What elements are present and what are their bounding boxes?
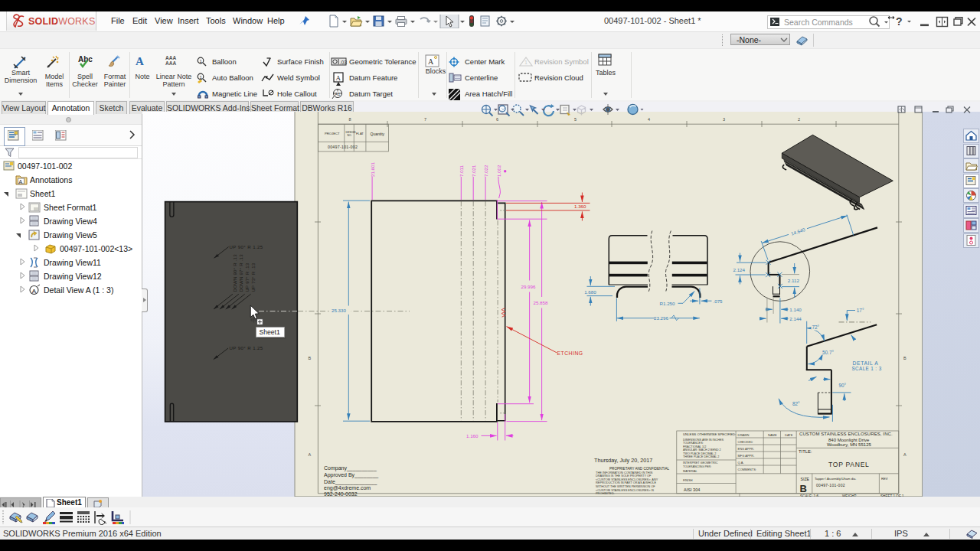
svg-text:1.002: 1.002 <box>496 165 501 177</box>
svg-text:Drawing View11: Drawing View11 <box>44 258 101 267</box>
svg-text:90°: 90° <box>839 383 847 388</box>
svg-text:TITLE:: TITLE: <box>799 449 812 454</box>
svg-text:A: A <box>309 452 312 457</box>
svg-text:Sheet Format1: Sheet Format1 <box>44 203 97 212</box>
svg-text:Thursday, July 20, 2017: Thursday, July 20, 2017 <box>594 457 652 464</box>
svg-text:82°: 82° <box>792 401 800 406</box>
svg-text:TOLERANCES:: TOLERANCES: <box>683 442 704 445</box>
svg-text:Company__________: Company__________ <box>324 465 377 471</box>
svg-text:1: 1 <box>199 59 202 64</box>
svg-text:17°: 17° <box>857 308 864 313</box>
svg-text:1.360: 1.360 <box>574 204 586 209</box>
svg-text:TOLERANCING PER:: TOLERANCING PER: <box>683 465 711 468</box>
svg-text:UP 97° R .13: UP 97° R .13 <box>244 262 250 292</box>
svg-text:A: A <box>32 288 37 295</box>
svg-text:Detail View A (1 : 3): Detail View A (1 : 3) <box>44 285 113 295</box>
svg-text:UP 90° R 1.25: UP 90° R 1.25 <box>230 345 263 350</box>
svg-text:1.140: 1.140 <box>789 307 802 312</box>
svg-text:NAME: NAME <box>768 433 777 437</box>
svg-text:MFG APPR.: MFG APPR. <box>738 454 755 458</box>
svg-text:?: ? <box>896 15 903 28</box>
svg-text:25.330: 25.330 <box>332 308 346 313</box>
svg-text:PROHIBITED.: PROHIBITED. <box>596 491 615 495</box>
svg-text:B: B <box>903 356 906 360</box>
svg-text:Q.A.: Q.A. <box>738 461 744 465</box>
svg-text:UP 73° R .13: UP 73° R .13 <box>250 262 256 292</box>
svg-text:AAA: AAA <box>165 60 176 66</box>
svg-text:UP 90° R 1.25: UP 90° R 1.25 <box>230 244 263 249</box>
svg-text:2: 2 <box>798 117 800 122</box>
svg-text:00497-101-002: 00497-101-002 <box>18 161 72 171</box>
svg-text:CUSTOM STAINLESS ENCLOSURES, I: CUSTOM STAINLESS ENCLOSURES, INC. <box>799 432 893 436</box>
svg-text:TWO PLACE DECIMAL 2: TWO PLACE DECIMAL 2 <box>683 452 716 455</box>
svg-text:UNLESS OTHERWISE SPECIFIED:: UNLESS OTHERWISE SPECIFIED: <box>683 432 736 436</box>
svg-text:NO.: NO. <box>348 134 352 137</box>
svg-text:1.160: 1.160 <box>466 433 479 439</box>
svg-text:25.858: 25.858 <box>534 300 548 305</box>
svg-text:Approved By________: Approved By________ <box>324 472 378 478</box>
svg-text:ETCHING: ETCHING <box>557 350 583 356</box>
svg-text:MATERIAL: MATERIAL <box>683 470 697 473</box>
svg-text:A: A <box>136 55 144 67</box>
svg-text:21.601: 21.601 <box>370 162 375 177</box>
svg-text:23.296: 23.296 <box>654 315 668 321</box>
svg-text:B: B <box>800 483 807 494</box>
svg-text:952-240-0032: 952-240-0032 <box>324 491 358 497</box>
svg-text:7.021: 7.021 <box>471 165 476 177</box>
svg-text:Quantity: Quantity <box>371 132 385 136</box>
svg-text:ANGULAR: MACH 2 BEND 2: ANGULAR: MACH 2 BEND 2 <box>683 448 721 452</box>
svg-text:DOWN 97° R .13: DOWN 97° R .13 <box>238 254 243 292</box>
svg-text:2.144: 2.144 <box>789 316 802 321</box>
svg-text:.075: .075 <box>714 298 724 304</box>
svg-text:SCALE 1 : 3: SCALE 1 : 3 <box>852 366 882 371</box>
svg-text:TOP PANEL: TOP PANEL <box>828 461 870 468</box>
svg-text:DIMENSIONS ARE IN INCHES: DIMENSIONS ARE IN INCHES <box>683 439 724 442</box>
svg-text:FRACTIONAL 1/2: FRACTIONAL 1/2 <box>683 445 706 448</box>
svg-text:Sheet1: Sheet1 <box>30 189 55 198</box>
svg-text:Sheet1: Sheet1 <box>260 328 280 336</box>
svg-text:AISI 304: AISI 304 <box>684 487 700 492</box>
svg-text:DRAWN: DRAWN <box>738 433 750 437</box>
svg-text:Annotations: Annotations <box>30 175 72 184</box>
svg-text:FINISH: FINISH <box>683 479 693 482</box>
svg-text:Woodbury, MN 55125: Woodbury, MN 55125 <box>827 442 871 447</box>
svg-text:Drawing View5: Drawing View5 <box>44 230 97 240</box>
svg-text:A: A <box>428 57 434 66</box>
svg-text:Drawing View12: Drawing View12 <box>44 272 102 281</box>
svg-text:A1: A1 <box>335 92 341 96</box>
svg-text:50.7°: 50.7° <box>822 350 834 355</box>
svg-text:AAA: AAA <box>165 55 176 60</box>
svg-text:PROJECT: PROJECT <box>325 132 340 135</box>
svg-text:eng@4xdreme.com: eng@4xdreme.com <box>324 485 371 491</box>
svg-text:Drawing View4: Drawing View4 <box>44 217 97 226</box>
svg-text:A: A <box>336 74 341 82</box>
svg-text:.03: .03 <box>340 60 348 65</box>
svg-text:3: 3 <box>723 117 725 122</box>
svg-text:REV: REV <box>881 477 888 481</box>
svg-text:1: 1 <box>524 60 528 65</box>
svg-text:72°: 72° <box>812 324 820 330</box>
svg-text:7.022: 7.022 <box>483 165 488 177</box>
svg-text:DATE: DATE <box>785 433 793 437</box>
svg-text:CHECKED: CHECKED <box>738 440 753 444</box>
svg-text:840 Moonlight Drive: 840 Moonlight Drive <box>828 438 870 442</box>
svg-text:THREE PLACE DECIMAL 2: THREE PLACE DECIMAL 2 <box>683 455 719 458</box>
svg-text:ENG APPR.: ENG APPR. <box>738 447 755 451</box>
svg-text:A: A <box>19 179 23 184</box>
svg-text:Date______________: Date______________ <box>324 479 377 485</box>
svg-text:SIZE: SIZE <box>801 477 810 481</box>
svg-text:1: 1 <box>199 75 202 80</box>
svg-text:29.996: 29.996 <box>521 284 536 289</box>
svg-text:DOWN 90° R .13: DOWN 90° R .13 <box>232 254 237 292</box>
svg-text:Tapper \ Assembly\Uham dia.: Tapper \ Assembly\Uham dia. <box>815 477 856 481</box>
svg-text:00497-101-002: 00497-101-002 <box>816 483 845 487</box>
svg-text:00497-101-002: 00497-101-002 <box>328 145 358 149</box>
svg-text:A: A <box>903 452 906 457</box>
svg-text:COMMENTS:: COMMENTS: <box>738 468 756 471</box>
svg-text:7: 7 <box>424 117 426 122</box>
svg-text:R1.250: R1.250 <box>660 301 676 306</box>
svg-text:7.011: 7.011 <box>459 165 464 177</box>
svg-text:8: 8 <box>349 117 351 122</box>
svg-text:1.680: 1.680 <box>584 289 596 295</box>
svg-text:00497-101-002<13>: 00497-101-002<13> <box>60 244 132 253</box>
